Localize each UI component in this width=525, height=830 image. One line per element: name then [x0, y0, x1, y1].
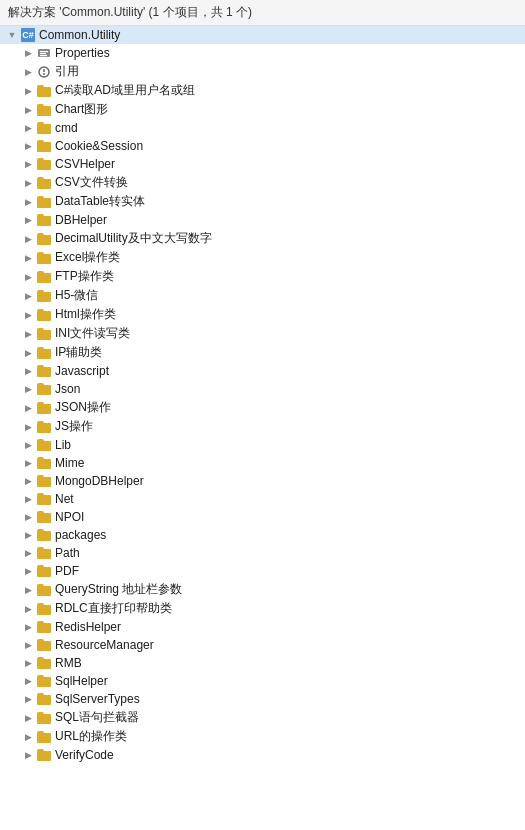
item-expander[interactable]: [20, 102, 36, 118]
item-expander[interactable]: [20, 138, 36, 154]
folder-icon: [36, 250, 52, 266]
tree-item[interactable]: RedisHelper: [0, 618, 525, 636]
root-expander[interactable]: [4, 27, 20, 43]
item-expander[interactable]: [20, 637, 36, 653]
item-label: QueryString 地址栏参数: [55, 581, 182, 598]
item-expander[interactable]: [20, 345, 36, 361]
tree-item[interactable]: Path: [0, 544, 525, 562]
item-expander[interactable]: [20, 400, 36, 416]
tree-item[interactable]: CSV文件转换: [0, 173, 525, 192]
tree-item[interactable]: H5-微信: [0, 286, 525, 305]
item-expander[interactable]: [20, 231, 36, 247]
tree-item[interactable]: Cookie&Session: [0, 137, 525, 155]
tree-item[interactable]: RMB: [0, 654, 525, 672]
item-expander[interactable]: [20, 491, 36, 507]
item-expander[interactable]: [20, 120, 36, 136]
tree-item[interactable]: Json: [0, 380, 525, 398]
tree-item[interactable]: MongoDBHelper: [0, 472, 525, 490]
item-expander[interactable]: [20, 582, 36, 598]
item-expander[interactable]: [20, 473, 36, 489]
tree-item[interactable]: INI文件读写类: [0, 324, 525, 343]
item-expander[interactable]: [20, 527, 36, 543]
ref-icon: [36, 64, 52, 80]
item-expander[interactable]: [20, 64, 36, 80]
tree-item[interactable]: SqlHelper: [0, 672, 525, 690]
item-expander[interactable]: [20, 381, 36, 397]
item-expander[interactable]: [20, 601, 36, 617]
tree-item[interactable]: Chart图形: [0, 100, 525, 119]
folder-icon: [36, 345, 52, 361]
item-label: URL的操作类: [55, 728, 127, 745]
item-expander[interactable]: [20, 563, 36, 579]
item-expander[interactable]: [20, 710, 36, 726]
item-expander[interactable]: [20, 455, 36, 471]
item-label: H5-微信: [55, 287, 98, 304]
tree-item[interactable]: DataTable转实体: [0, 192, 525, 211]
item-expander[interactable]: [20, 363, 36, 379]
tree-item[interactable]: JSON操作: [0, 398, 525, 417]
root-label: Common.Utility: [39, 28, 120, 42]
item-expander[interactable]: [20, 619, 36, 635]
item-expander[interactable]: [20, 288, 36, 304]
tree-item[interactable]: packages: [0, 526, 525, 544]
folder-icon: [36, 194, 52, 210]
item-label: Javascript: [55, 364, 109, 378]
tree-item[interactable]: DBHelper: [0, 211, 525, 229]
tree-item[interactable]: Lib: [0, 436, 525, 454]
item-expander[interactable]: [20, 419, 36, 435]
item-expander[interactable]: [20, 437, 36, 453]
item-expander[interactable]: [20, 655, 36, 671]
tree-item[interactable]: Excel操作类: [0, 248, 525, 267]
tree-item[interactable]: Html操作类: [0, 305, 525, 324]
item-label: ResourceManager: [55, 638, 154, 652]
item-expander[interactable]: [20, 307, 36, 323]
item-expander[interactable]: [20, 673, 36, 689]
item-expander[interactable]: [20, 326, 36, 342]
item-expander[interactable]: [20, 691, 36, 707]
item-expander[interactable]: [20, 250, 36, 266]
tree-item[interactable]: VerifyCode: [0, 746, 525, 764]
root-item[interactable]: C# Common.Utility: [0, 26, 525, 44]
tree-item[interactable]: RDLC直接打印帮助类: [0, 599, 525, 618]
folder-icon: [36, 102, 52, 118]
tree-item[interactable]: Net: [0, 490, 525, 508]
tree-item[interactable]: 引用: [0, 62, 525, 81]
item-expander[interactable]: [20, 509, 36, 525]
tree-item[interactable]: ResourceManager: [0, 636, 525, 654]
tree-item[interactable]: C#读取AD域里用户名或组: [0, 81, 525, 100]
tree-item[interactable]: Javascript: [0, 362, 525, 380]
tree-item[interactable]: FTP操作类: [0, 267, 525, 286]
item-expander[interactable]: [20, 269, 36, 285]
tree-item[interactable]: CSVHelper: [0, 155, 525, 173]
item-expander[interactable]: [20, 45, 36, 61]
item-label: DataTable转实体: [55, 193, 145, 210]
properties-icon: [36, 45, 52, 61]
tree-item[interactable]: QueryString 地址栏参数: [0, 580, 525, 599]
item-expander[interactable]: [20, 545, 36, 561]
item-expander[interactable]: [20, 83, 36, 99]
item-expander[interactable]: [20, 729, 36, 745]
tree-item[interactable]: SqlServerTypes: [0, 690, 525, 708]
tree-item[interactable]: Properties: [0, 44, 525, 62]
tree-item[interactable]: NPOI: [0, 508, 525, 526]
item-label: Cookie&Session: [55, 139, 143, 153]
tree-item[interactable]: JS操作: [0, 417, 525, 436]
item-expander[interactable]: [20, 156, 36, 172]
item-label: SqlHelper: [55, 674, 108, 688]
item-label: CSVHelper: [55, 157, 115, 171]
tree-item[interactable]: IP辅助类: [0, 343, 525, 362]
tree-item[interactable]: Mime: [0, 454, 525, 472]
tree-item[interactable]: PDF: [0, 562, 525, 580]
item-expander[interactable]: [20, 175, 36, 191]
folder-icon: [36, 437, 52, 453]
item-expander[interactable]: [20, 194, 36, 210]
tree-item[interactable]: cmd: [0, 119, 525, 137]
svg-rect-3: [40, 55, 47, 56]
tree-item[interactable]: URL的操作类: [0, 727, 525, 746]
item-expander[interactable]: [20, 747, 36, 763]
folder-icon: [36, 655, 52, 671]
item-expander[interactable]: [20, 212, 36, 228]
tree-item[interactable]: DecimalUtility及中文大写数字: [0, 229, 525, 248]
folder-icon: [36, 455, 52, 471]
tree-item[interactable]: SQL语句拦截器: [0, 708, 525, 727]
